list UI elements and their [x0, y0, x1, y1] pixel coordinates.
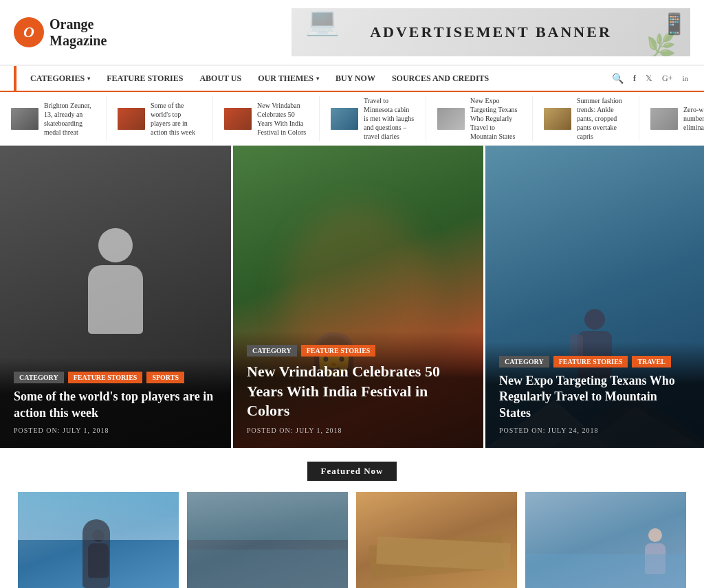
hero-title-1: Some of the world's top players are in a… — [14, 389, 217, 421]
hero-date-2: POSTED ON: JULY 1, 2018 — [247, 427, 470, 434]
logo-circle: O — [14, 17, 44, 47]
featured-item-4[interactable] — [525, 492, 686, 588]
hero-date-3: POSTED ON: JULY 24, 2018 — [499, 427, 690, 434]
ad-banner-text: ADVERTISEMENT BANNER — [370, 23, 612, 41]
ticker-text: Some of the world's top players are in a… — [151, 101, 201, 137]
logo-letter: O — [23, 23, 34, 41]
logo-text: Orange Magazine — [50, 16, 107, 49]
cat-badge-category-2[interactable]: Category — [247, 345, 297, 357]
ticker-item[interactable]: New Expo Targeting Texans Who Regularly … — [426, 96, 533, 141]
hero-categories-1: Category Feature Stories Sports — [14, 372, 217, 383]
chevron-down-icon-2: ▾ — [316, 76, 319, 82]
facebook-icon[interactable]: f — [631, 74, 638, 84]
ticker-thumb — [224, 108, 252, 130]
nav-social-icons: 🔍 f 𝕏 G+ in — [610, 73, 690, 84]
featured-item-1[interactable] — [18, 492, 179, 588]
ticker-thumb — [118, 108, 145, 130]
hero-figure — [71, 228, 160, 365]
lake — [187, 550, 348, 588]
hero-categories-2: Category Feature Stories — [247, 345, 470, 357]
ticker-items: Brighton Zeuner, 13, already an skateboa… — [0, 96, 704, 141]
search-icon[interactable]: 🔍 — [610, 73, 626, 84]
hero-title-3: New Expo Targeting Texans Who Regularly … — [499, 373, 690, 421]
news-ticker: Brighton Zeuner, 13, already an skateboa… — [0, 92, 704, 146]
featured-now-header: Featured Now — [0, 448, 704, 492]
ad-laptop-icon: 💻 — [305, 8, 340, 37]
ticker-text: New Expo Targeting Texans Who Regularly … — [470, 96, 521, 141]
hero-item-2[interactable]: 👩 Category Feature Stories New Vrindaban… — [231, 146, 485, 448]
ad-phone-icon: 📱 — [661, 12, 687, 36]
cat-badge-category-3[interactable]: Category — [499, 356, 549, 368]
hero-item-1[interactable]: Category Feature Stories Sports Some of … — [0, 146, 231, 448]
nav-links: CATEGORIES ▾ FEATURE STORIES ABOUT US OU… — [22, 67, 497, 91]
featured-now-title: Featured Now — [307, 462, 397, 481]
site-logo[interactable]: O Orange Magazine — [14, 16, 107, 49]
hero-overlay-2: Category Feature Stories New Vrindaban C… — [233, 331, 483, 448]
cat-badge-feature[interactable]: Feature Stories — [68, 372, 143, 383]
nav-feature-stories[interactable]: FEATURE STORIES — [98, 67, 191, 91]
ticker-item[interactable]: Travel to Minnesota cabin is met with la… — [320, 96, 426, 141]
ticker-text: Zero-waste life number of people elimina… — [683, 105, 704, 132]
cat-badge-feature-2[interactable]: Feature Stories — [301, 345, 376, 357]
hero-date-1: POSTED ON: JULY 1, 2018 — [14, 427, 217, 434]
feat-figure — [88, 530, 109, 578]
ticker-thumb — [11, 108, 38, 130]
hero-overlay-3: Category Feature Stories Travel New Expo… — [485, 342, 704, 448]
ticker-text: Brighton Zeuner, 13, already an skateboa… — [44, 101, 95, 137]
ticker-item[interactable]: New Vrindaban Celebrates 50 Years With I… — [213, 96, 320, 141]
ticker-item[interactable]: Brighton Zeuner, 13, already an skateboa… — [0, 96, 107, 141]
water — [525, 554, 686, 588]
featured-item-2[interactable] — [187, 492, 348, 588]
hero-title-2: New Vrindaban Celebrates 50 Years With I… — [247, 362, 470, 421]
nav-categories[interactable]: CATEGORIES ▾ — [22, 67, 98, 91]
cat-badge-feature-3[interactable]: Feature Stories — [553, 356, 628, 368]
ticker-text: New Vrindaban Celebrates 50 Years With I… — [257, 101, 308, 137]
ticker-thumb — [544, 108, 571, 130]
cat-badge-category[interactable]: Category — [14, 372, 64, 383]
nav-our-themes[interactable]: OUR THEMES ▾ — [250, 67, 327, 91]
hero-item-3[interactable]: Category Feature Stories Travel New Expo… — [485, 146, 704, 448]
nav-about-us[interactable]: ABOUT US — [191, 67, 250, 91]
googleplus-icon[interactable]: G+ — [660, 74, 674, 84]
ticker-text: Summer fashion trends: Ankle pants, crop… — [577, 96, 628, 141]
ticker-thumb — [650, 108, 678, 130]
hero-overlay-1: Category Feature Stories Sports Some of … — [0, 358, 231, 448]
ticker-text: Travel to Minnesota cabin is met with la… — [364, 96, 415, 141]
main-nav: CATEGORIES ▾ FEATURE STORIES ABOUT US OU… — [0, 66, 704, 92]
nav-buy-now[interactable]: BUY NOW — [327, 67, 384, 91]
logo-name-line2: Magazine — [50, 32, 107, 49]
sky — [18, 492, 179, 540]
logo-name-line1: Orange — [50, 16, 107, 32]
twitter-icon[interactable]: 𝕏 — [644, 74, 654, 84]
ticker-item[interactable]: Some of the world's top players are in a… — [107, 96, 213, 141]
hero-section: Category Feature Stories Sports Some of … — [0, 146, 704, 448]
sky-2 — [187, 492, 348, 540]
ticker-thumb — [331, 108, 358, 130]
featured-grid — [0, 492, 704, 588]
nav-accent — [14, 66, 16, 91]
advertisement-banner: 💻 ADVERTISEMENT BANNER 🌿 📱 — [292, 8, 690, 56]
cat-badge-travel[interactable]: Travel — [632, 356, 670, 368]
nav-sources[interactable]: SOURCES AND CREDITS — [384, 67, 497, 91]
ticker-item[interactable]: Summer fashion trends: Ankle pants, crop… — [533, 96, 639, 141]
ticker-thumb — [437, 108, 465, 130]
ticker-item[interactable]: Zero-waste life number of people elimina… — [639, 96, 704, 141]
linkedin-icon[interactable]: in — [680, 74, 690, 82]
chevron-down-icon: ▾ — [87, 76, 90, 82]
cat-badge-sports[interactable]: Sports — [146, 372, 184, 383]
hero-categories-3: Category Feature Stories Travel — [499, 356, 690, 368]
featured-item-3[interactable] — [356, 492, 517, 588]
